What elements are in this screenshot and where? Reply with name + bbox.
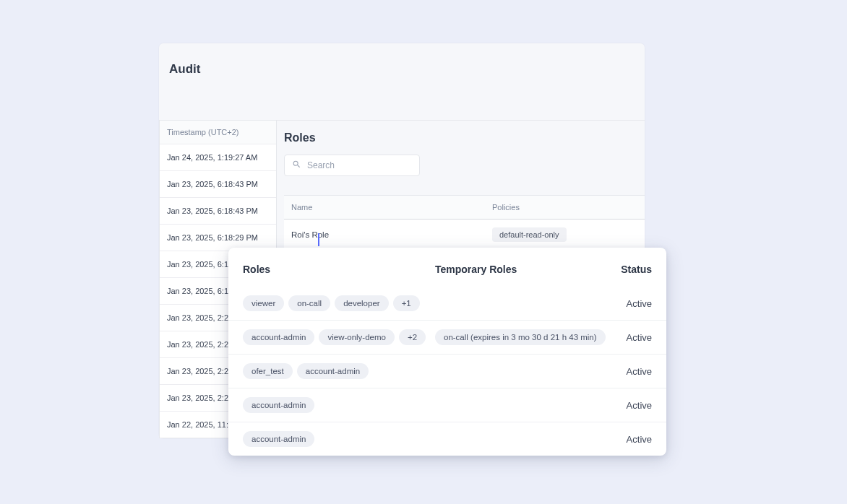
- overlay-roles-cell: ofer_testaccount-admin: [243, 363, 435, 379]
- role-chip[interactable]: account-admin: [243, 431, 314, 447]
- overlay-status-cell: Active: [609, 298, 652, 309]
- table-row[interactable]: Roi's Role default-read-only: [284, 220, 645, 251]
- overlay-row[interactable]: ofer_testaccount-adminActive: [228, 355, 666, 388]
- role-chip[interactable]: ofer_test: [243, 363, 293, 379]
- overlay-roles-cell: account-adminview-only-demo+2: [243, 329, 435, 345]
- timestamp-item[interactable]: Jan 23, 2025, 6:18:43 PM: [160, 171, 276, 198]
- overlay-status-cell: Active: [609, 434, 652, 445]
- policy-chip: default-read-only: [492, 227, 567, 242]
- search-input[interactable]: [307, 160, 416, 170]
- page-title: Audit: [159, 43, 645, 77]
- search-icon: [292, 159, 307, 172]
- overlay-row[interactable]: account-adminview-only-demo+2on-call (ex…: [228, 321, 666, 355]
- roles-header-policies: Policies: [485, 196, 645, 219]
- overlay-row[interactable]: account-adminActive: [228, 388, 666, 422]
- overlay-header-status: Status: [609, 264, 652, 275]
- timestamp-item[interactable]: Jan 24, 2025, 1:19:27 AM: [160, 144, 276, 171]
- overlay-roles-cell: account-admin: [243, 397, 435, 413]
- role-chip[interactable]: developer: [335, 295, 389, 311]
- overlay-body: vieweron-calldeveloper+1Activeaccount-ad…: [228, 275, 666, 456]
- search-wrap[interactable]: [284, 155, 420, 176]
- overlay-card: Roles Temporary Roles Status vieweron-ca…: [228, 248, 666, 456]
- overlay-roles-cell: vieweron-calldeveloper+1: [243, 295, 435, 311]
- overlay-status-cell: Active: [609, 400, 652, 411]
- timestamp-header: Timestamp (UTC+2): [160, 121, 276, 144]
- role-name-cell: Roi's Role: [284, 230, 485, 239]
- role-chip[interactable]: view-only-demo: [319, 329, 395, 345]
- overlay-row[interactable]: vieweron-calldeveloper+1Active: [228, 287, 666, 321]
- overlay-header: Roles Temporary Roles Status: [228, 248, 666, 275]
- role-chip[interactable]: +1: [393, 295, 420, 311]
- roles-pane-title: Roles: [284, 131, 645, 144]
- role-chip[interactable]: account-admin: [243, 397, 314, 413]
- overlay-roles-cell: account-admin: [243, 431, 435, 447]
- overlay-header-roles: Roles: [243, 264, 435, 275]
- overlay-header-temp: Temporary Roles: [435, 264, 609, 275]
- timestamp-item[interactable]: Jan 23, 2025, 6:18:43 PM: [160, 198, 276, 225]
- role-chip[interactable]: account-admin: [297, 363, 369, 379]
- roles-header-name: Name: [284, 196, 485, 219]
- roles-table-header: Name Policies: [284, 195, 645, 220]
- overlay-status-cell: Active: [609, 332, 652, 343]
- role-policy-cell: default-read-only: [485, 227, 645, 242]
- overlay-temp-cell: on-call (expires in 3 mo 30 d 21 h 43 mi…: [435, 329, 609, 345]
- role-chip[interactable]: viewer: [243, 295, 284, 311]
- temp-role-chip[interactable]: on-call (expires in 3 mo 30 d 21 h 43 mi…: [435, 329, 606, 345]
- role-chip[interactable]: account-admin: [243, 329, 314, 345]
- overlay-row[interactable]: account-adminActive: [228, 422, 666, 456]
- overlay-status-cell: Active: [609, 366, 652, 377]
- role-chip[interactable]: on-call: [288, 295, 330, 311]
- role-chip[interactable]: +2: [399, 329, 426, 345]
